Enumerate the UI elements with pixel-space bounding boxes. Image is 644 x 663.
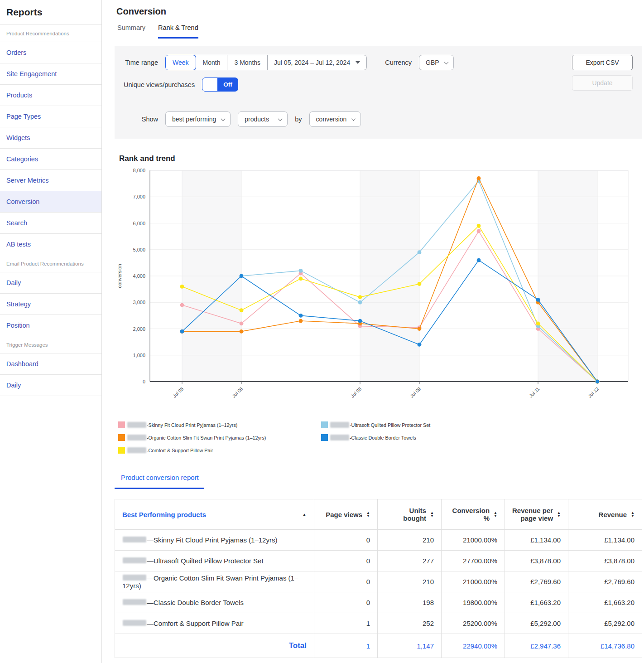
blurred-sku-chip [127,447,146,453]
chevron-down-icon [351,116,356,121]
sidebar-item-categories[interactable]: Categories [0,148,101,169]
legend-label: -Ultrasoft Quilted Pillow Protector Set [350,422,430,428]
page-views-cell: 1 [314,613,378,634]
update-button-disabled[interactable]: Update [572,75,633,91]
column-header-label: Revenue [599,511,627,518]
svg-text:1,000: 1,000 [133,353,145,358]
toggle-knob [202,77,217,92]
svg-text:5,000: 5,000 [133,247,145,252]
units-bought-cell: 198 [378,592,442,613]
metric-value: conversion [316,116,347,123]
show-row: Show best performing products by conve [124,111,572,127]
units-bought-cell: 210 [378,530,442,551]
sidebar-item-strategy[interactable]: Strategy [0,293,101,315]
sort-ascending-icon: ▲ [302,512,307,517]
reports-sidebar: Reports Product RecommendationsOrdersSit… [0,0,102,663]
sidebar-item-server-metrics[interactable]: Server Metrics [0,169,101,191]
blurred-sku-chip [330,435,349,440]
time-range-option-week[interactable]: Week [165,55,196,70]
column-header-revenue-per-page-view[interactable]: Revenue per page view▲▼ [505,499,568,530]
sidebar-title: Reports [0,0,101,24]
legend-label: -Organic Cotton Slim Fit Swan Print Pyja… [147,435,266,440]
svg-text:2,000: 2,000 [133,326,145,332]
column-header-label: Units bought [385,507,426,522]
sidebar-item-search[interactable]: Search [0,212,101,233]
column-header-revenue[interactable]: Revenue▲▼ [568,499,642,530]
legend-label: -Comfort & Support Pillow Pair [147,448,213,453]
revenue-cell: £1,663.20 [568,592,642,613]
export-csv-button[interactable]: Export CSV [572,55,633,70]
revenue-cell: £3,878.00 [568,551,642,571]
tab-rank-and-trend[interactable]: Rank & Trend [158,24,198,39]
column-header-page-views[interactable]: Page views▲▼ [314,499,378,530]
total-label: Total [115,634,314,658]
revenue-cell: £2,769.60 [568,571,642,592]
tab-product-conversion-report[interactable]: Product conversion report [115,474,204,489]
time-range-option-3-months[interactable]: 3 Months [227,55,268,70]
date-range-value: Jul 05, 2024 – Jul 12, 2024 [274,59,350,66]
blurred-sku-chip [123,557,146,563]
svg-text:0: 0 [143,379,145,384]
conversion-cell: 21000.00% [442,530,505,551]
sidebar-item-daily[interactable]: Daily [0,374,101,396]
conversion-cell: 21000.00% [442,571,505,592]
sidebar-end-divider [0,396,101,396]
product-name: —Organic Cotton Slim Fit Swan Print Pyja… [122,574,298,590]
revenue-cell: £1,134.00 [568,530,642,551]
page-views-cell: 0 [314,571,378,592]
total-revenue-per-page-view: £2,947.36 [505,634,568,658]
sidebar-item-conversion[interactable]: Conversion [0,191,101,212]
page-title: Conversion [115,0,642,24]
sort-both-icon: ▲▼ [430,511,434,518]
sidebar-item-products[interactable]: Products [0,84,101,106]
date-range-select[interactable]: Jul 05, 2024 – Jul 12, 2024 [267,55,367,70]
conversion-cell: 25200.00% [442,613,505,634]
legend-item: -Comfort & Support Pillow Pair [118,447,321,454]
chart-legend: -Skinny Fit Cloud Print Pyjamas (1–12yrs… [118,421,642,454]
column-header-conversion-[interactable]: Conversion %▲▼ [442,499,505,530]
product-name: —Comfort & Support Pillow Pair [147,619,243,627]
sidebar-item-widgets[interactable]: Widgets [0,127,101,148]
metric-select[interactable]: conversion [309,111,361,127]
svg-text:3,000: 3,000 [133,300,145,305]
currency-select[interactable]: GBP [419,55,454,70]
revenue-per-page-view-cell: £2,769.60 [505,571,568,592]
legend-item: -Skinny Fit Cloud Print Pyjamas (1–12yrs… [118,421,321,428]
sidebar-item-site-engagement[interactable]: Site Engagement [0,63,101,84]
conversion-cell: 27700.00% [442,551,505,571]
by-label: by [295,116,302,123]
unique-toggle-label: Unique views/purchases [124,81,195,88]
chevron-down-icon [278,116,283,121]
svg-text:Jul 06: Jul 06 [231,386,244,399]
entity-select[interactable]: products [238,111,288,127]
time-range-segmented-control: WeekMonth3 Months [165,55,268,70]
svg-text:Jul 09: Jul 09 [409,386,422,399]
sidebar-item-orders[interactable]: Orders [0,42,101,63]
time-range-option-month[interactable]: Month [196,55,228,70]
sidebar-group-label: Email Product Recommendations [0,255,101,272]
units-bought-cell: 210 [378,571,442,592]
product-name: —Classic Double Border Towels [147,599,244,606]
product-conversion-table: Best Performing products▲Page views▲▼Uni… [115,499,642,658]
time-range-label: Time range [124,59,158,66]
sidebar-item-ab-tests[interactable]: AB tests [0,233,101,255]
sort-both-icon: ▲▼ [494,511,497,518]
product-cell: —Comfort & Support Pillow Pair [115,613,314,634]
column-header-units-bought[interactable]: Units bought▲▼ [378,499,442,530]
blurred-sku-chip [123,620,146,626]
filter-panel: Time range WeekMonth3 Months Jul 05, 202… [115,46,642,139]
sidebar-item-page-types[interactable]: Page Types [0,106,101,127]
show-label: Show [124,116,158,123]
tab-summary[interactable]: Summary [117,24,145,39]
unique-toggle-row: Unique views/purchases Off [124,77,572,92]
toggle-state-label: Off [217,77,238,92]
show-mode-select[interactable]: best performing [165,111,231,127]
blurred-sku-chip [123,537,146,542]
sidebar-item-daily[interactable]: Daily [0,272,101,293]
unique-views-toggle[interactable]: Off [202,77,238,92]
sidebar-item-dashboard[interactable]: Dashboard [0,353,101,374]
column-header-best-performing-products[interactable]: Best Performing products▲ [115,499,314,530]
sidebar-item-position[interactable]: Position [0,315,101,336]
product-cell: —Skinny Fit Cloud Print Pyjamas (1–12yrs… [115,530,314,551]
svg-text:conversion: conversion [117,264,122,288]
